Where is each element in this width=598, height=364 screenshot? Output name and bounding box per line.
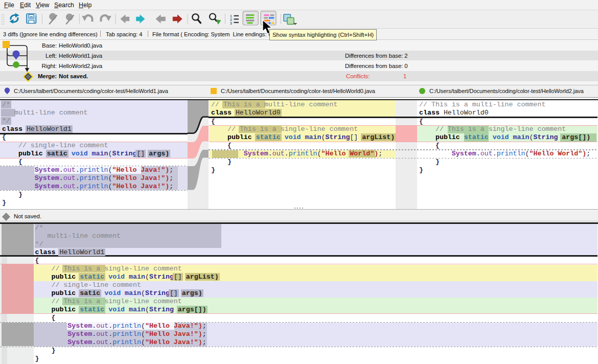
svg-text:1: 1 — [230, 14, 232, 18]
svg-text:3: 3 — [230, 21, 232, 25]
svg-text:2: 2 — [230, 18, 232, 21]
